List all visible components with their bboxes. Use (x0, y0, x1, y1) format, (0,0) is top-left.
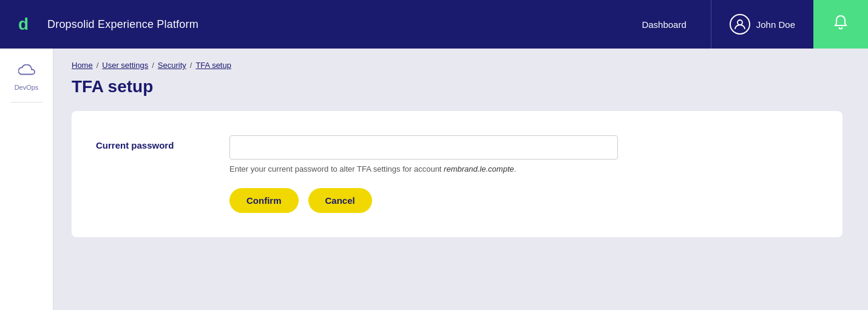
breadcrumb: Home / User settings / Security / TFA se… (72, 61, 850, 70)
password-input-group: Enter your current password to alter TFA… (229, 135, 818, 174)
app-title: Dropsolid Experience Platform (47, 18, 198, 31)
user-name: John Doe (756, 19, 795, 30)
page-title: TFA setup (72, 77, 850, 96)
bell-icon (832, 14, 849, 35)
breadcrumb-sep-1: / (97, 61, 99, 70)
password-row: Current password Enter your current pass… (96, 135, 818, 174)
form-actions: Confirm Cancel (96, 188, 818, 213)
sidebar-item-label-devops: DevOps (15, 84, 39, 91)
password-hint: Enter your current password to alter TFA… (229, 164, 818, 174)
sidebar-divider (10, 102, 42, 103)
sidebar: DevOps (0, 49, 53, 310)
logo-icon: d (12, 10, 40, 38)
current-password-label: Current password (96, 135, 205, 150)
header-nav: Dashboard John Doe (617, 0, 813, 49)
form-card: Current password Enter your current pass… (72, 111, 843, 237)
header: d Dropsolid Experience Platform Dashboar… (0, 0, 868, 49)
confirm-button[interactable]: Confirm (229, 188, 299, 213)
dashboard-link[interactable]: Dashboard (617, 19, 710, 30)
breadcrumb-user-settings[interactable]: User settings (102, 61, 148, 70)
layout: DevOps Home / User settings / Security /… (0, 49, 868, 310)
account-name: rembrand.le.compte (444, 164, 514, 174)
main-content: Home / User settings / Security / TFA se… (53, 49, 868, 310)
breadcrumb-home[interactable]: Home (72, 61, 93, 70)
sidebar-item-devops[interactable]: DevOps (0, 58, 53, 97)
breadcrumb-sep-2: / (152, 61, 154, 70)
cancel-button[interactable]: Cancel (308, 188, 372, 213)
svg-point-2 (737, 20, 742, 25)
svg-text:d: d (18, 15, 29, 33)
breadcrumb-tfa-setup[interactable]: TFA setup (195, 61, 231, 70)
header-logo: d Dropsolid Experience Platform (12, 10, 617, 38)
user-menu[interactable]: John Doe (711, 0, 813, 49)
notifications-button[interactable] (813, 0, 868, 49)
breadcrumb-sep-3: / (190, 61, 192, 70)
user-avatar-icon (730, 14, 750, 35)
devops-icon (18, 64, 35, 81)
current-password-input[interactable] (229, 135, 618, 160)
breadcrumb-security[interactable]: Security (158, 61, 186, 70)
